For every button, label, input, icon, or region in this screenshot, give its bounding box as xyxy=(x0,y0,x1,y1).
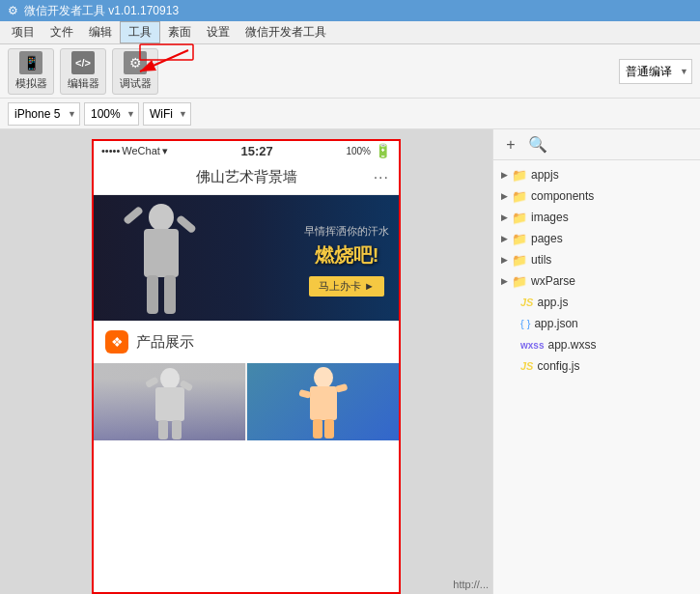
file-tree-panel: + 🔍 ▶ 📁 appjs ▶ 📁 components ▶ 📁 images … xyxy=(492,129,700,594)
folder-icon: 📁 xyxy=(512,168,527,183)
svg-rect-8 xyxy=(164,275,176,314)
folder-name-images: images xyxy=(531,211,569,224)
compile-select[interactable]: 普通编译 xyxy=(619,59,692,84)
folder-icon: 📁 xyxy=(512,253,527,268)
editor-label: 编辑器 xyxy=(68,76,99,91)
file-name-configjs: config.js xyxy=(537,359,579,373)
svg-rect-16 xyxy=(310,386,337,420)
product-grid xyxy=(94,363,399,440)
svg-rect-14 xyxy=(172,420,182,439)
compile-select-wrapper[interactable]: 普通编译 xyxy=(619,59,692,84)
svg-rect-7 xyxy=(147,275,158,314)
tree-folder-pages[interactable]: ▶ 📁 pages xyxy=(493,228,700,249)
svg-point-9 xyxy=(160,368,180,389)
svg-rect-17 xyxy=(298,389,311,399)
file-type-wxss: wxss xyxy=(520,340,544,351)
menu-surface[interactable]: 素面 xyxy=(160,22,199,42)
svg-point-3 xyxy=(149,204,174,231)
svg-rect-19 xyxy=(313,419,322,438)
device-select-wrapper[interactable]: iPhone 5 iPhone 6 iPhone X xyxy=(8,102,80,126)
banner-title: 燃烧吧! xyxy=(304,242,389,269)
product-item-1 xyxy=(94,363,245,440)
file-name-appjs: app.js xyxy=(537,296,568,309)
file-type-js: JS xyxy=(520,297,533,308)
simulator-button[interactable]: 📱 模拟器 xyxy=(8,48,54,95)
tree-folder-components[interactable]: ▶ 📁 components xyxy=(493,185,700,207)
network-select-wrapper[interactable]: WiFi 4G 3G xyxy=(143,102,191,126)
folder-name-wxparse: wxParse xyxy=(531,274,575,288)
app-header: 佛山艺术背景墙 ··· xyxy=(94,160,399,195)
triangle-icon: ▶ xyxy=(501,191,508,201)
folder-name-appjs: appjs xyxy=(531,168,559,182)
phone-frame: ••••• WeChat ▾ 15:27 100% 🔋 佛山艺术背景墙 ··· xyxy=(92,139,401,594)
svg-rect-4 xyxy=(144,229,179,277)
wifi-icon: ▾ xyxy=(162,145,168,157)
product-svg-2 xyxy=(285,364,362,439)
zoom-select[interactable]: 100% 75% 50% xyxy=(84,102,139,126)
app-menu-dots[interactable]: ··· xyxy=(374,169,389,186)
file-tree-toolbar: + 🔍 xyxy=(493,129,700,160)
folder-icon: 📁 xyxy=(512,189,527,204)
device-bar: iPhone 5 iPhone 6 iPhone X 100% 75% 50% … xyxy=(0,99,700,129)
debug-icon: ⚙ xyxy=(124,51,147,74)
folder-icon: 📁 xyxy=(512,274,527,289)
menu-project[interactable]: 项目 xyxy=(4,22,42,42)
folder-icon: 📁 xyxy=(512,232,527,246)
svg-rect-6 xyxy=(176,214,197,234)
title-bar-text: 微信开发者工具 v1.01.170913 xyxy=(24,3,179,19)
svg-rect-20 xyxy=(324,419,334,438)
menu-file[interactable]: 文件 xyxy=(42,22,81,42)
svg-point-15 xyxy=(314,367,333,388)
banner-area: 早情挥洒你的汗水 燃烧吧! 马上办卡 xyxy=(94,195,399,321)
banner-line1: 早情挥洒你的汗水 xyxy=(304,224,389,239)
product-svg-1 xyxy=(131,365,209,440)
tree-file-appjson[interactable]: { } app.json xyxy=(493,313,700,334)
signal-dots: ••••• xyxy=(101,145,120,156)
zoom-select-wrapper[interactable]: 100% 75% 50% xyxy=(84,102,139,126)
battery-percent: 100% xyxy=(346,146,371,156)
banner-figure-svg xyxy=(103,200,219,321)
title-bar: ⚙ 微信开发者工具 v1.01.170913 xyxy=(0,0,700,21)
code-icon: </> xyxy=(71,51,95,74)
simulator-label: 模拟器 xyxy=(15,76,47,91)
svg-rect-18 xyxy=(335,383,348,393)
search-button[interactable]: 🔍 xyxy=(528,135,547,155)
tree-file-configjs[interactable]: JS config.js xyxy=(493,355,700,377)
menu-bar: 项目 文件 编辑 工具 素面 设置 微信开发者工具 xyxy=(0,21,700,44)
carrier-label: WeChat xyxy=(122,145,160,156)
debugger-button[interactable]: ⚙ 调试器 xyxy=(112,48,158,95)
menu-settings[interactable]: 设置 xyxy=(199,22,238,42)
tree-folder-appjs[interactable]: ▶ 📁 appjs xyxy=(493,164,700,185)
simulator-panel: ••••• WeChat ▾ 15:27 100% 🔋 佛山艺术背景墙 ··· xyxy=(0,129,492,594)
section-title: 产品展示 xyxy=(136,333,194,352)
app-icon: ⚙ xyxy=(8,4,18,17)
svg-rect-5 xyxy=(123,206,144,225)
tree-folder-utils[interactable]: ▶ 📁 utils xyxy=(493,249,700,270)
banner-button[interactable]: 马上办卡 xyxy=(309,276,384,297)
status-bar: ••••• WeChat ▾ 15:27 100% 🔋 xyxy=(94,141,399,160)
menu-tools[interactable]: 工具 xyxy=(120,21,160,43)
folder-name-pages: pages xyxy=(531,232,563,245)
product-item-2 xyxy=(247,363,399,440)
file-tree: ▶ 📁 appjs ▶ 📁 components ▶ 📁 images ▶ 📁 … xyxy=(493,160,700,381)
network-select[interactable]: WiFi 4G 3G xyxy=(143,102,191,126)
triangle-icon: ▶ xyxy=(501,170,508,180)
tree-file-appjs[interactable]: JS app.js xyxy=(493,292,700,313)
menu-edit[interactable]: 编辑 xyxy=(81,22,120,42)
tree-file-appwxss[interactable]: wxss app.wxss xyxy=(493,334,700,355)
folder-icon: 📁 xyxy=(512,211,527,225)
triangle-icon: ▶ xyxy=(501,255,508,265)
banner-text: 早情挥洒你的汗水 燃烧吧! 马上办卡 xyxy=(304,224,389,297)
menu-wechat-tools[interactable]: 微信开发者工具 xyxy=(238,22,334,42)
device-select[interactable]: iPhone 5 iPhone 6 iPhone X xyxy=(8,102,80,126)
tree-folder-wxparse[interactable]: ▶ 📁 wxParse xyxy=(493,270,700,292)
add-button[interactable]: + xyxy=(501,135,520,155)
folder-name-components: components xyxy=(531,189,594,203)
svg-rect-13 xyxy=(158,420,168,439)
battery-icon: 🔋 xyxy=(375,143,391,158)
product-figure-1 xyxy=(94,363,245,440)
signal-area: ••••• WeChat ▾ xyxy=(101,145,168,157)
tree-folder-images[interactable]: ▶ 📁 images xyxy=(493,207,700,228)
app-title: 佛山艺术背景墙 xyxy=(196,168,297,186)
editor-button[interactable]: </> 编辑器 xyxy=(60,48,106,95)
